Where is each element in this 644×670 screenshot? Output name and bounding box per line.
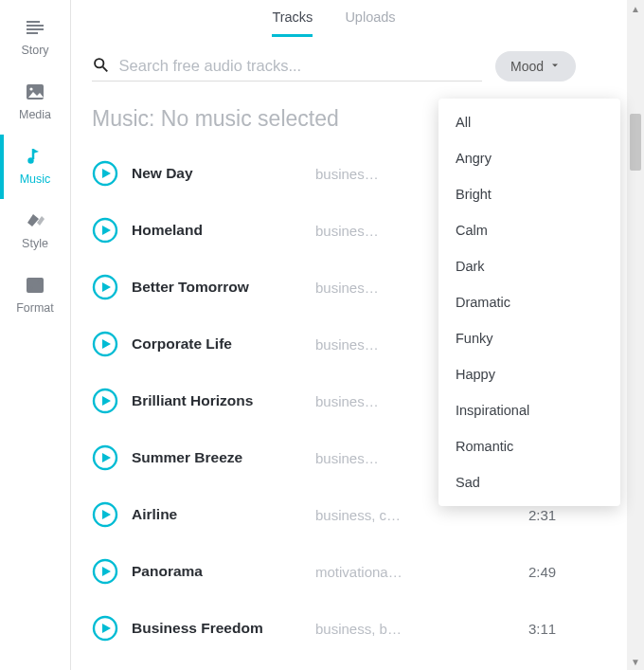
- play-button[interactable]: [92, 217, 118, 244]
- play-button[interactable]: [92, 615, 118, 642]
- play-button[interactable]: [92, 388, 118, 414]
- track-tags: business, c…: [315, 507, 515, 523]
- mood-option[interactable]: Happy: [438, 356, 620, 392]
- track-title: Homeland: [132, 222, 302, 239]
- svg-line-9: [103, 67, 108, 72]
- scroll-up-button[interactable]: ▲: [627, 0, 644, 17]
- mood-option[interactable]: Bright: [438, 176, 620, 212]
- svg-point-5: [29, 87, 32, 90]
- sidebar-label: Style: [22, 237, 48, 250]
- track-row[interactable]: Panoramamotivationa…2:49: [92, 543, 576, 600]
- sidebar-label: Media: [19, 108, 51, 121]
- track-duration: 2:31: [528, 507, 576, 523]
- mood-option[interactable]: Romantic: [438, 428, 620, 464]
- track-title: Airline: [132, 506, 302, 523]
- svg-point-6: [27, 157, 33, 163]
- search-icon: [92, 56, 110, 75]
- search-input[interactable]: [119, 57, 482, 75]
- section-prefix: Music:: [92, 106, 161, 131]
- track-duration: 2:49: [528, 564, 576, 580]
- tab-tracks[interactable]: Tracks: [272, 9, 313, 37]
- mood-option[interactable]: Inspirational: [438, 392, 620, 428]
- play-button[interactable]: [92, 501, 118, 528]
- track-tags: motivationa…: [315, 564, 515, 580]
- track-tags: business, b…: [315, 621, 515, 637]
- play-button[interactable]: [92, 558, 118, 585]
- sidebar-item-format[interactable]: Format: [0, 263, 70, 328]
- story-icon: [23, 15, 47, 40]
- track-title: Business Freedom: [132, 620, 302, 637]
- sidebar-label: Music: [20, 172, 51, 186]
- scroll-down-button[interactable]: ▼: [627, 653, 644, 670]
- music-icon: [23, 144, 47, 169]
- mood-filter-button[interactable]: Mood: [495, 51, 576, 81]
- play-button[interactable]: [92, 160, 118, 187]
- mood-option[interactable]: Angry: [438, 140, 620, 176]
- svg-point-8: [95, 59, 103, 67]
- media-icon: [23, 80, 47, 104]
- mood-option[interactable]: Dark: [438, 248, 620, 284]
- track-title: Corporate Life: [132, 335, 302, 353]
- track-duration: 3:11: [528, 621, 576, 637]
- track-row[interactable]: Business Freedombusiness, b…3:11: [92, 600, 576, 657]
- play-button[interactable]: [92, 331, 118, 357]
- track-title: Panorama: [132, 563, 302, 580]
- tab-uploads[interactable]: Uploads: [345, 9, 395, 37]
- svg-rect-3: [27, 32, 38, 34]
- play-button[interactable]: [92, 274, 118, 300]
- track-title: New Day: [132, 165, 302, 182]
- mood-option[interactable]: All: [438, 104, 620, 140]
- search-field-wrap[interactable]: [92, 50, 482, 81]
- mood-option[interactable]: Calm: [438, 212, 620, 248]
- play-button[interactable]: [92, 444, 118, 471]
- sidebar-item-style[interactable]: Style: [0, 199, 70, 263]
- svg-rect-2: [27, 28, 44, 30]
- sidebar-item-story[interactable]: Story: [0, 6, 70, 70]
- style-icon: [23, 208, 47, 233]
- track-title: Brilliant Horizons: [132, 392, 302, 409]
- main-panel: Tracks Uploads Mood Music: No music sele…: [70, 0, 597, 670]
- format-icon: [23, 273, 47, 298]
- sidebar-item-music[interactable]: Music: [0, 135, 70, 199]
- mood-option[interactable]: Dramatic: [438, 284, 620, 320]
- mood-option[interactable]: Sad: [438, 464, 620, 500]
- section-status: No music selected: [161, 106, 339, 131]
- mood-filter-label: Mood: [510, 59, 544, 74]
- track-title: Better Tomorrow: [132, 279, 302, 296]
- mood-option[interactable]: Funky: [438, 320, 620, 356]
- side-nav: Story Media Music Style Format: [0, 0, 70, 670]
- sidebar-label: Format: [16, 301, 54, 315]
- svg-rect-1: [27, 25, 44, 27]
- svg-rect-0: [27, 21, 40, 23]
- track-title: Summer Breeze: [132, 449, 302, 466]
- chevron-down-icon: [549, 59, 561, 74]
- scroll-thumb[interactable]: [630, 114, 641, 171]
- outer-scrollbar[interactable]: ▲ ▼: [627, 0, 644, 670]
- sidebar-label: Story: [21, 44, 48, 57]
- mood-dropdown: AllAngryBrightCalmDarkDramaticFunkyHappy…: [438, 99, 620, 506]
- tabs: Tracks Uploads: [71, 0, 597, 37]
- sidebar-item-media[interactable]: Media: [0, 70, 70, 135]
